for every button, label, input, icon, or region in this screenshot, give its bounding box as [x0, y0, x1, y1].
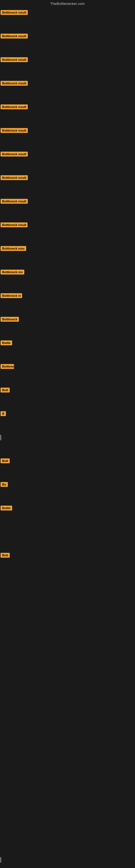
- bottleneck-result-label: Bott: [1, 458, 10, 463]
- result-row: Bottleneck result: [0, 148, 135, 172]
- result-row: B: [0, 408, 135, 432]
- bottleneck-result-label: Bottleneck re: [1, 293, 22, 298]
- result-row: [0, 526, 135, 550]
- result-row: Bottleneck result: [0, 172, 135, 195]
- site-title-bar: TheBottlenecker.com: [0, 0, 135, 7]
- bottleneck-result-label: Bottleneck result: [1, 128, 28, 133]
- bottleneck-result-label: Bottleneck result: [1, 10, 28, 15]
- result-row: Bottleneck result: [0, 125, 135, 148]
- result-row: Bott: [0, 384, 135, 408]
- bottleneck-result-label: Bott: [1, 388, 10, 393]
- result-row: Bottleneck re: [0, 290, 135, 314]
- bottleneck-result-label: Bottleneck result: [1, 34, 28, 38]
- bottleneck-result-label: Bottleneck result: [1, 222, 28, 227]
- site-title: TheBottlenecker.com: [0, 0, 135, 7]
- bottleneck-result-label: Bottleneck result: [1, 81, 28, 86]
- result-row: Bottleneck res: [0, 267, 135, 290]
- result-row: [0, 573, 135, 597]
- bottleneck-result-label: Bottleneck result: [1, 175, 28, 180]
- result-row: Bottleneck: [0, 314, 135, 337]
- result-row: Bott: [0, 455, 135, 479]
- result-row: Bottleneck resu: [0, 243, 135, 267]
- result-row: Bottleneck result: [0, 30, 135, 54]
- bottleneck-result-label: Bottleneck result: [1, 57, 28, 62]
- result-row: [0, 432, 135, 455]
- result-row: Bottleneck result: [0, 101, 135, 125]
- result-row: Bottlene: [0, 361, 135, 384]
- bottleneck-result-label: Bo: [1, 482, 8, 487]
- bottleneck-result-label: B: [1, 411, 6, 416]
- bottleneck-result-label: Bottleneck result: [1, 152, 28, 156]
- bottleneck-result-label: Bottleneck res: [1, 270, 24, 275]
- bottleneck-result-label: Bottleneck result: [1, 199, 28, 204]
- bottleneck-result-label: Bott: [1, 553, 10, 558]
- result-row: Bottle: [0, 502, 135, 526]
- result-row: Bottleneck result: [0, 54, 135, 78]
- bottleneck-result-label: Bottleneck resu: [1, 246, 26, 251]
- result-row: Bo: [0, 479, 135, 502]
- cursor-indicator: [1, 435, 1, 440]
- result-row: Bott: [0, 550, 135, 573]
- bottleneck-result-label: Bottle: [1, 340, 12, 345]
- bottleneck-result-label: Bottleneck: [1, 317, 19, 322]
- results-container: Bottleneck resultBottleneck resultBottle…: [0, 7, 135, 597]
- result-row: Bottleneck result: [0, 219, 135, 243]
- bottleneck-result-label: Bottlene: [1, 364, 14, 369]
- result-row: Bottle: [0, 337, 135, 361]
- result-row: Bottleneck result: [0, 78, 135, 101]
- cursor-bottom: [1, 857, 1, 863]
- bottleneck-result-label: Bottleneck result: [1, 104, 28, 109]
- bottleneck-result-label: Bottle: [1, 506, 12, 510]
- result-row: Bottleneck result: [0, 195, 135, 219]
- result-row: Bottleneck result: [0, 7, 135, 30]
